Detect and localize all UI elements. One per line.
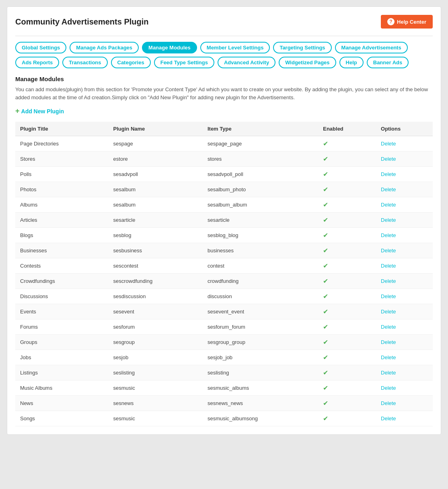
options-cell: Delete xyxy=(376,167,433,182)
plugin-title: Albums xyxy=(15,197,109,213)
delete-link[interactable]: Delete xyxy=(381,370,396,376)
tab-global-settings[interactable]: Global Settings xyxy=(15,42,66,53)
plugin-name: sesnews xyxy=(109,396,203,411)
table-row: Forumssesforumsesforum_forum✔Delete xyxy=(15,319,433,335)
delete-link[interactable]: Delete xyxy=(381,202,396,208)
checkmark-icon: ✔ xyxy=(323,385,328,391)
options-cell: Delete xyxy=(376,151,433,167)
tab-targeting-settings[interactable]: Targeting Settings xyxy=(273,42,331,53)
item-type: sesarticle xyxy=(203,213,318,228)
checkmark-icon: ✔ xyxy=(323,400,328,407)
plugin-name: sesadvpoll xyxy=(109,167,203,182)
section-description: You can add modules(plugin) from this se… xyxy=(15,86,433,101)
delete-link[interactable]: Delete xyxy=(381,248,396,254)
table-row: Storesestorestores✔Delete xyxy=(15,151,433,167)
delete-link[interactable]: Delete xyxy=(381,293,396,299)
add-plugin-label: Add New Plugin xyxy=(21,108,64,115)
plugin-title: Photos xyxy=(15,182,109,197)
checkmark-icon: ✔ xyxy=(323,262,328,269)
options-cell: Delete xyxy=(376,243,433,258)
delete-link[interactable]: Delete xyxy=(381,354,396,360)
enabled-status: ✔ xyxy=(318,335,376,350)
table-row: Crowdfundingssescrowdfundingcrowdfunding… xyxy=(15,274,433,289)
table-row: Contestssescontestcontest✔Delete xyxy=(15,258,433,274)
table-row: Photossesalbumsesalbum_photo✔Delete xyxy=(15,182,433,197)
delete-link[interactable]: Delete xyxy=(381,141,396,147)
checkmark-icon: ✔ xyxy=(323,308,328,315)
add-new-plugin-link[interactable]: + Add New Plugin xyxy=(15,107,64,115)
delete-link[interactable]: Delete xyxy=(381,171,396,177)
delete-link[interactable]: Delete xyxy=(381,415,396,421)
enabled-status: ✔ xyxy=(318,151,376,167)
plugin-name: sesalbum xyxy=(109,197,203,213)
table-row: Jobssesjobsesjob_job✔Delete xyxy=(15,350,433,365)
item-type: sesnews_news xyxy=(203,396,318,411)
checkmark-icon: ✔ xyxy=(323,201,328,208)
plugin-name: sesmusic xyxy=(109,381,203,396)
col-header-plugin-title: Plugin Title xyxy=(15,122,109,136)
table-row: Groupssesgroupsesgroup_group✔Delete xyxy=(15,335,433,350)
delete-link[interactable]: Delete xyxy=(381,278,396,284)
checkmark-icon: ✔ xyxy=(323,247,328,254)
checkmark-icon: ✔ xyxy=(323,217,328,223)
delete-link[interactable]: Delete xyxy=(381,339,396,345)
item-type: discussion xyxy=(203,289,318,304)
checkmark-icon: ✔ xyxy=(323,140,328,147)
tab-advanced-activity[interactable]: Advanced Activity xyxy=(218,57,275,68)
delete-link[interactable]: Delete xyxy=(381,324,396,330)
plugin-name: sesjob xyxy=(109,350,203,365)
delete-link[interactable]: Delete xyxy=(381,263,396,269)
checkmark-icon: ✔ xyxy=(323,278,328,284)
plugin-name: sesdiscussion xyxy=(109,289,203,304)
options-cell: Delete xyxy=(376,411,433,426)
options-cell: Delete xyxy=(376,213,433,228)
enabled-status: ✔ xyxy=(318,381,376,396)
delete-link[interactable]: Delete xyxy=(381,186,396,192)
table-row: Pollssesadvpollsesadvpoll_poll✔Delete xyxy=(15,167,433,182)
tab-transactions[interactable]: Transactions xyxy=(62,57,107,68)
options-cell: Delete xyxy=(376,319,433,335)
options-cell: Delete xyxy=(376,365,433,381)
plugin-title: Discussions xyxy=(15,289,109,304)
checkmark-icon: ✔ xyxy=(323,415,328,422)
plugin-title: Forums xyxy=(15,319,109,335)
tab-member-level-settings[interactable]: Member Level Settings xyxy=(200,42,270,53)
options-cell: Delete xyxy=(376,289,433,304)
plugin-name: sescontest xyxy=(109,258,203,274)
delete-link[interactable]: Delete xyxy=(381,156,396,162)
item-type: crowdfunding xyxy=(203,274,318,289)
tab-ads-reports[interactable]: Ads Reports xyxy=(15,57,59,68)
delete-link[interactable]: Delete xyxy=(381,385,396,391)
delete-link[interactable]: Delete xyxy=(381,400,396,406)
tab-banner-ads[interactable]: Banner Ads xyxy=(367,57,409,68)
tab-manage-advertisements[interactable]: Manage Advertisements xyxy=(335,42,408,53)
tab-categories[interactable]: Categories xyxy=(111,57,151,68)
col-header-plugin-name: Plugin Name xyxy=(109,122,203,136)
checkmark-icon: ✔ xyxy=(323,186,328,193)
tab-manage-ads-packages[interactable]: Manage Ads Packages xyxy=(70,42,139,53)
help-center-button[interactable]: ? Help Center xyxy=(381,15,433,29)
enabled-status: ✔ xyxy=(318,411,376,426)
tab-manage-modules[interactable]: Manage Modules xyxy=(142,42,197,53)
delete-link[interactable]: Delete xyxy=(381,232,396,238)
plugin-name: sesforum xyxy=(109,319,203,335)
plugin-title: Articles xyxy=(15,213,109,228)
item-type: sesblog_blog xyxy=(203,228,318,243)
checkmark-icon: ✔ xyxy=(323,155,328,162)
item-type: sesgroup_group xyxy=(203,335,318,350)
checkmark-icon: ✔ xyxy=(323,369,328,376)
item-type: sesevent_event xyxy=(203,304,318,319)
enabled-status: ✔ xyxy=(318,136,376,151)
tab-help[interactable]: Help xyxy=(339,57,364,68)
tab-widgetized-pages[interactable]: Widgetized Pages xyxy=(279,57,336,68)
enabled-status: ✔ xyxy=(318,167,376,182)
options-cell: Delete xyxy=(376,136,433,151)
plugin-title: Events xyxy=(15,304,109,319)
plugin-title: Music Albums xyxy=(15,381,109,396)
delete-link[interactable]: Delete xyxy=(381,309,396,315)
delete-link[interactable]: Delete xyxy=(381,217,396,223)
checkmark-icon: ✔ xyxy=(323,323,328,330)
enabled-status: ✔ xyxy=(318,243,376,258)
checkmark-icon: ✔ xyxy=(323,171,328,178)
tab-feed-type-settings[interactable]: Feed Type Settings xyxy=(154,57,214,68)
